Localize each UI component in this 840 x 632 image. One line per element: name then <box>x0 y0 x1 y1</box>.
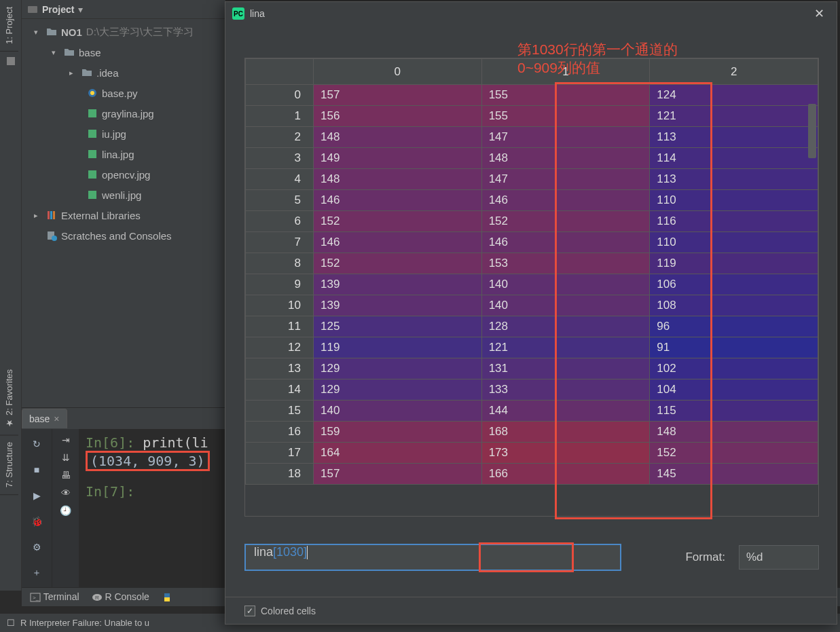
expression-input[interactable]: lina[1030] <box>244 544 621 571</box>
row-header[interactable]: 3 <box>246 148 314 169</box>
table-cell[interactable]: 146 <box>481 190 650 211</box>
table-cell[interactable]: 114 <box>650 148 818 169</box>
row-header[interactable]: 6 <box>246 211 314 232</box>
table-cell[interactable]: 116 <box>650 211 818 232</box>
table-cell[interactable]: 148 <box>314 169 482 190</box>
table-cell[interactable]: 156 <box>314 106 482 127</box>
row-header[interactable]: 16 <box>246 422 314 443</box>
row-header[interactable]: 18 <box>246 464 314 485</box>
row-header[interactable]: 12 <box>246 337 314 358</box>
format-input[interactable] <box>739 545 819 570</box>
table-cell[interactable]: 113 <box>650 169 818 190</box>
debug-button[interactable]: 🐞 <box>27 512 46 531</box>
dialog-close-button[interactable]: ✕ <box>809 3 830 24</box>
table-cell[interactable]: 139 <box>314 295 482 316</box>
table-cell[interactable]: 164 <box>314 443 482 464</box>
table-cell[interactable]: 155 <box>481 85 650 106</box>
table-cell[interactable]: 157 <box>314 85 482 106</box>
table-cell[interactable]: 110 <box>650 232 818 253</box>
colored-cells-checkbox[interactable]: ✓ <box>244 606 255 616</box>
tree-file[interactable]: wenli.jpg <box>22 185 225 205</box>
expander-open-icon[interactable]: ▾ <box>52 48 60 57</box>
table-cell[interactable]: 133 <box>481 379 650 401</box>
table-cell[interactable]: 144 <box>481 401 650 422</box>
rerun-button[interactable]: ↻ <box>27 434 46 453</box>
table-row[interactable]: 15140144115 <box>246 401 818 422</box>
chevron-down-icon[interactable]: ▾ <box>78 4 83 15</box>
row-header[interactable]: 0 <box>246 85 314 106</box>
tree-file[interactable]: opencv.jpg <box>22 164 225 185</box>
row-header[interactable]: 2 <box>246 127 314 148</box>
table-cell[interactable]: 152 <box>481 211 650 232</box>
table-row[interactable]: 10139140108 <box>246 295 818 316</box>
tree-file[interactable]: iu.jpg <box>22 124 225 144</box>
table-cell[interactable]: 104 <box>650 379 818 401</box>
project-tree[interactable]: ▾ NO1 D:\大三学习\大三下学习 ▾ base ▸ .idea base.… <box>22 19 225 248</box>
scroll-button[interactable]: ⇊ <box>62 452 70 463</box>
table-cell[interactable]: 124 <box>650 85 818 106</box>
table-cell[interactable]: 148 <box>314 127 482 148</box>
row-header[interactable]: 1 <box>246 106 314 127</box>
table-cell[interactable]: 147 <box>481 127 650 148</box>
terminal-tab[interactable]: >_ Terminal <box>30 591 79 603</box>
print-button[interactable]: 🖶 <box>61 470 71 481</box>
row-header[interactable]: 15 <box>246 401 314 422</box>
table-cell[interactable]: 140 <box>314 401 482 422</box>
table-cell[interactable]: 152 <box>650 443 818 464</box>
table-cell[interactable]: 157 <box>314 464 482 485</box>
table-cell[interactable]: 152 <box>314 253 482 274</box>
scrollbar-thumb[interactable] <box>808 104 816 158</box>
dialog-titlebar[interactable]: PC lina ✕ <box>225 2 837 25</box>
table-row[interactable]: 6152152116 <box>246 211 818 232</box>
tree-file[interactable]: lina.jpg <box>22 144 225 164</box>
table-row[interactable]: 8152153119 <box>246 253 818 274</box>
tree-file[interactable]: graylina.jpg <box>22 103 225 124</box>
tree-root[interactable]: ▾ NO1 D:\大三学习\大三下学习 <box>22 22 225 42</box>
tree-scratches[interactable]: ▸ Scratches and Consoles <box>22 225 225 246</box>
row-header[interactable]: 13 <box>246 358 314 379</box>
table-cell[interactable]: 147 <box>481 169 650 190</box>
table-row[interactable]: 3149148114 <box>246 148 818 169</box>
tree-folder-base[interactable]: ▾ base <box>22 42 225 62</box>
tree-external-libs[interactable]: ▸ External Libraries <box>22 205 225 225</box>
table-cell[interactable]: 119 <box>314 337 482 358</box>
tree-file[interactable]: base.py <box>22 83 225 103</box>
add-button[interactable]: ＋ <box>27 563 46 582</box>
tab-favorites[interactable]: ★ 2: Favorites <box>0 363 18 436</box>
table-row[interactable]: 9139140106 <box>246 274 818 295</box>
rconsole-tab[interactable]: R R Console <box>92 591 149 603</box>
table-cell[interactable]: 129 <box>314 379 482 401</box>
table-cell[interactable]: 146 <box>481 232 650 253</box>
table-row[interactable]: 14129133104 <box>246 379 818 401</box>
table-cell[interactable]: 140 <box>481 295 650 316</box>
table-row[interactable]: 13129131102 <box>246 358 818 379</box>
table-cell[interactable]: 159 <box>314 422 482 443</box>
table-cell[interactable]: 155 <box>481 106 650 127</box>
table-row[interactable]: 5146146110 <box>246 190 818 211</box>
table-cell[interactable]: 166 <box>481 464 650 485</box>
col-header[interactable]: 0 <box>314 59 482 85</box>
vars-button[interactable]: 👁 <box>61 487 71 498</box>
table-cell[interactable]: 149 <box>314 148 482 169</box>
table-row[interactable]: 18157166145 <box>246 464 818 485</box>
table-cell[interactable]: 146 <box>314 232 482 253</box>
table-cell[interactable]: 119 <box>650 253 818 274</box>
table-cell[interactable]: 148 <box>481 148 650 169</box>
table-cell[interactable]: 121 <box>481 337 650 358</box>
table-cell[interactable]: 125 <box>314 316 482 337</box>
table-cell[interactable]: 152 <box>314 211 482 232</box>
table-cell[interactable]: 106 <box>650 274 818 295</box>
table-cell[interactable]: 115 <box>650 401 818 422</box>
data-table[interactable]: 0 1 2 0157155124115615512121481471133149… <box>245 58 818 485</box>
table-cell[interactable]: 173 <box>481 443 650 464</box>
row-header[interactable]: 4 <box>246 169 314 190</box>
table-cell[interactable]: 102 <box>650 358 818 379</box>
expander-closed-icon[interactable]: ▸ <box>34 211 42 220</box>
table-cell[interactable]: 91 <box>650 337 818 358</box>
stop-button[interactable]: ■ <box>27 460 46 479</box>
tab-structure[interactable]: 7: Structure <box>0 435 18 495</box>
history-button[interactable]: 🕘 <box>60 505 71 516</box>
table-row[interactable]: 1112512896 <box>246 316 818 337</box>
table-cell[interactable]: 113 <box>650 127 818 148</box>
expander-closed-icon[interactable]: ▸ <box>69 69 77 77</box>
